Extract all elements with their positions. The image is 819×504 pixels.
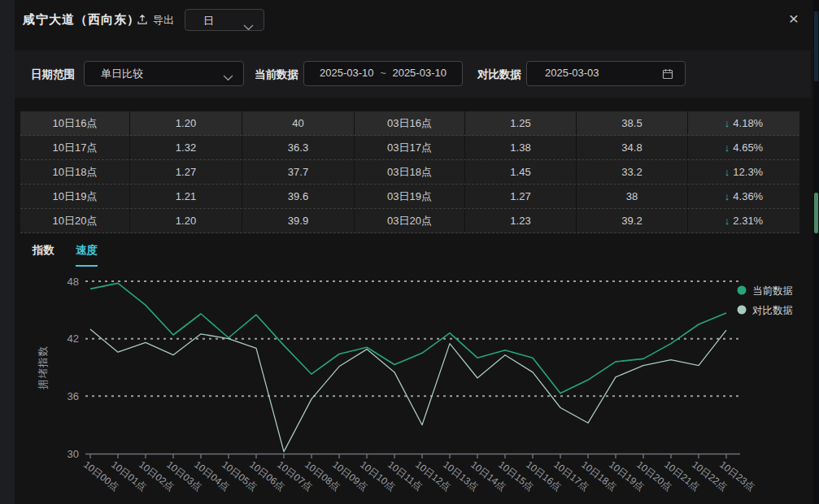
range-separator: ~ [380,67,386,79]
cell-time-compare: 03日20点 [355,209,465,232]
chart-tabs: 指数 速度 [33,243,98,267]
cell-index-compare: 1.45 [465,160,577,184]
date-range-label: 日期范围 [31,67,75,82]
period-select[interactable]: 日 [185,9,264,31]
chevron-down-icon [223,72,233,84]
cell-change: ↓4.18% [688,111,799,135]
cell-time-compare: 03日16点 [355,111,465,135]
current-date-range-input[interactable]: 2025-03-10 ~ 2025-03-10 [303,61,463,86]
cell-time-compare: 03日18点 [355,160,465,184]
cell-speed-current: 39.9 [242,209,355,232]
current-data-label: 当前数据 [255,67,298,82]
y-axis-label: 36 [68,390,79,402]
cell-speed-compare: 38.5 [577,111,688,135]
down-arrow-icon: ↓ [725,141,730,154]
compare-mode-value: 单日比较 [85,67,243,81]
legend-dot-compare[interactable] [738,306,747,315]
cell-time-current: 10日17点 [20,136,130,159]
period-select-value: 日 [203,14,214,28]
cell-change-value: 4.65% [733,141,763,154]
cell-change: ↓12.3% [688,160,799,184]
cell-index-current: 1.20 [130,209,242,232]
close-button[interactable]: × [783,9,804,30]
cell-change: ↓4.65% [688,136,799,159]
cell-change-value: 12.3% [733,166,763,178]
cell-time-compare: 03日19点 [355,185,465,208]
cell-index-compare: 1.38 [465,136,577,159]
page-edge-right [813,0,819,504]
table-row[interactable]: 10日19点 1.21 39.6 03日19点 1.27 38 ↓4.36% [20,185,799,209]
traffic-comparison-modal: 咸宁大道（西向东） 导出 日 × 日期范围 单日比较 当前数据 2025-03-… [0,0,819,504]
export-label: 导出 [153,13,174,28]
cell-speed-current: 39.6 [242,185,355,208]
chevron-down-icon [243,20,254,34]
current-date-range-value: 2025-03-10 ~ 2025-03-10 [304,67,462,79]
down-arrow-icon: ↓ [725,190,730,202]
series-line-compare [90,329,726,452]
cell-index-current: 1.20 [130,111,242,135]
cell-index-compare: 1.27 [465,185,577,208]
cell-speed-compare: 33.2 [577,160,688,184]
cell-index-current: 1.21 [130,185,242,208]
range-end: 2025-03-10 [392,67,447,79]
tab-index[interactable]: 指数 [33,243,54,267]
cell-change-value: 4.36% [733,190,763,202]
cell-index-current: 1.27 [130,160,242,184]
cell-time-current: 10日18点 [20,160,130,184]
down-arrow-icon: ↓ [725,117,730,129]
cell-speed-compare: 39.2 [577,209,688,232]
table-row[interactable]: 10日20点 1.20 39.9 03日20点 1.23 39.2 ↓2.31% [20,209,799,233]
cell-speed-current: 40 [242,111,355,135]
series-line-current [90,283,726,393]
table-row[interactable]: 10日17点 1.32 36.3 03日17点 1.38 34.8 ↓4.65% [20,136,799,160]
cell-speed-compare: 34.8 [577,136,688,159]
down-arrow-icon: ↓ [725,215,730,227]
compare-data-label: 对比数据 [477,67,521,82]
cell-index-current: 1.32 [130,136,242,159]
y-axis-label: 42 [68,332,79,345]
export-button[interactable]: 导出 [137,13,174,28]
background-content-sliver [814,11,818,81]
export-icon [137,14,148,28]
cell-time-current: 10日20点 [20,209,130,232]
trend-chart: 3036424810日00点10日01点10日02点10日03点10日04点10… [0,270,819,504]
cell-change: ↓2.31% [688,209,799,232]
cell-speed-current: 36.3 [242,136,355,159]
table-row[interactable]: 10日16点 1.20 40 03日16点 1.25 38.5 ↓4.18% [20,111,799,136]
cell-speed-compare: 38 [577,185,688,208]
cell-time-compare: 03日17点 [355,136,465,159]
table-row[interactable]: 10日18点 1.27 37.7 03日18点 1.45 33.2 ↓12.3% [20,160,799,185]
cell-index-compare: 1.25 [465,111,577,135]
cell-index-compare: 1.23 [465,209,577,232]
cell-change: ↓4.36% [688,185,799,208]
y-axis-label: 30 [68,448,79,460]
compare-mode-select[interactable]: 单日比较 [84,61,244,86]
legend-dot-current[interactable] [738,286,747,295]
down-arrow-icon: ↓ [725,166,730,178]
tab-speed[interactable]: 速度 [76,243,98,267]
calendar-icon[interactable] [662,68,673,82]
legend-label-compare[interactable]: 对比数据 [752,305,793,316]
comparison-table: 10日16点 1.20 40 03日16点 1.25 38.5 ↓4.18% 1… [20,111,799,233]
y-axis-name: 拥堵指数 [37,345,49,390]
filter-bar: 日期范围 单日比较 当前数据 2025-03-10 ~ 2025-03-10 对… [15,50,811,98]
background-scrollbar-thumb[interactable] [814,193,818,233]
compare-date-input[interactable]: 2025-03-03 [526,61,686,86]
range-start: 2025-03-10 [320,67,374,79]
page-edge-left [0,0,15,504]
cell-time-current: 10日19点 [20,185,130,208]
cell-change-value: 4.18% [733,117,763,129]
cell-change-value: 2.31% [733,215,763,227]
legend-label-current[interactable]: 当前数据 [752,285,793,297]
cell-speed-current: 37.7 [242,160,355,184]
page-title: 咸宁大道（西向东） [23,12,140,28]
y-axis-label: 48 [68,276,79,288]
compare-date-value: 2025-03-03 [527,67,685,79]
cell-time-current: 10日16点 [20,111,130,135]
